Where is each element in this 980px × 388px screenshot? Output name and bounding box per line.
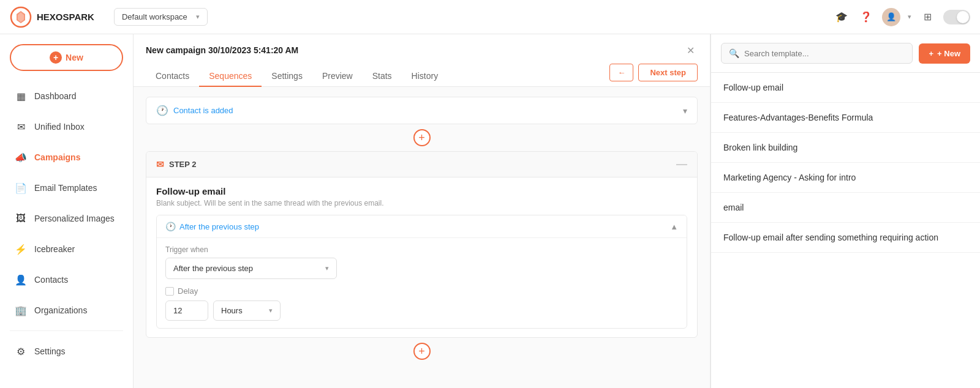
template-item-label: Broken link building — [723, 143, 797, 152]
tab-contacts-label: Contacts — [156, 71, 189, 81]
new-button[interactable]: + New — [10, 44, 123, 71]
template-item-1[interactable]: Follow-up email — [711, 73, 980, 103]
tab-sequences[interactable]: Sequences — [199, 66, 262, 87]
sidebar-item-label: Campaigns — [34, 152, 80, 162]
organizations-icon: 🏢 — [15, 304, 27, 316]
new-button-label: New — [66, 53, 83, 62]
step-2-type: Follow-up email — [156, 186, 687, 196]
template-list: Follow-up email Features-Advantages-Bene… — [711, 73, 980, 388]
trigger-when-select[interactable]: After the previous step ▾ — [165, 258, 337, 279]
delay-label: Delay — [178, 286, 198, 296]
email-icon: ✉ — [156, 159, 164, 170]
template-item-label: email — [723, 203, 744, 212]
contacts-icon: 👤 — [15, 274, 27, 286]
add-step-button-1[interactable]: + — [413, 129, 431, 146]
sidebar-item-label: Settings — [34, 346, 66, 356]
new-template-button[interactable]: + + New — [919, 43, 970, 64]
tab-stats[interactable]: Stats — [363, 66, 402, 87]
tab-history[interactable]: History — [402, 66, 448, 87]
dashboard-icon: ▦ — [15, 90, 27, 102]
template-item-label: Follow-up email — [723, 83, 783, 92]
sidebar-item-personalized-images[interactable]: 🖼 Personalized Images — [5, 204, 128, 233]
timing-header-left: 🕐 After the previous step — [165, 222, 259, 231]
campaign-tabs: Contacts Sequences Settings Preview Stat — [146, 66, 448, 86]
add-step-button-2[interactable]: + — [413, 343, 431, 360]
trigger-left: 🕐 Contact is added — [156, 105, 233, 116]
sidebar-item-campaigns[interactable]: 📣 Campaigns — [5, 143, 128, 172]
clock-icon: 🕐 — [156, 105, 168, 116]
sidebar-item-contacts[interactable]: 👤 Contacts — [5, 265, 128, 294]
template-item-label: Follow-up email after sending something … — [723, 233, 938, 242]
graduation-icon[interactable]: 🎓 — [833, 9, 850, 26]
chevron-down-icon-unit: ▾ — [269, 307, 273, 315]
campaign-body: 🕐 Contact is added ▾ + ✉ STEP 2 — — [134, 87, 710, 388]
tab-stats-label: Stats — [372, 71, 392, 81]
chevron-down-icon-2: ▾ — [908, 13, 911, 21]
grid-icon[interactable]: ⊞ — [919, 9, 936, 26]
search-icon: 🔍 — [729, 48, 739, 58]
help-icon[interactable]: ❓ — [858, 9, 875, 26]
theme-toggle[interactable] — [943, 10, 970, 24]
back-button[interactable]: ← — [609, 64, 633, 81]
timing-label-text: After the previous step — [179, 222, 259, 231]
right-panel: 🔍 + + New Follow-up email Features-Advan… — [710, 34, 980, 388]
workspace-selector[interactable]: Default workspace ▾ — [114, 8, 208, 26]
delay-checkbox[interactable] — [165, 287, 174, 296]
sidebar-item-icebreaker[interactable]: ⚡ Icebreaker — [5, 234, 128, 264]
trigger-block[interactable]: 🕐 Contact is added ▾ — [146, 97, 698, 124]
step-2-subtitle: Blank subject. Will be sent in the same … — [156, 199, 687, 207]
tabs-and-nav: Contacts Sequences Settings Preview Stat — [146, 64, 698, 86]
search-input[interactable] — [744, 49, 905, 58]
sidebar-item-dashboard[interactable]: ▦ Dashboard — [5, 81, 128, 111]
sidebar-divider — [10, 330, 123, 331]
center-panel: New campaign 30/10/2023 5:41:20 AM ✕ Con… — [134, 34, 710, 388]
tab-sequences-label: Sequences — [209, 71, 252, 81]
sidebar-item-settings[interactable]: ⚙ Settings — [5, 337, 128, 366]
campaigns-icon: 📣 — [15, 151, 27, 163]
delay-unit-select[interactable]: Hours ▾ — [213, 300, 281, 321]
timing-header[interactable]: 🕐 After the previous step ▲ — [157, 215, 687, 237]
sidebar-item-label: Personalized Images — [34, 214, 115, 223]
plus-circle-icon: + — [50, 51, 62, 64]
tab-history-label: History — [412, 71, 439, 81]
trigger-when-value: After the previous step — [173, 264, 253, 273]
step-2-block: ✉ STEP 2 — Follow-up email Blank subject… — [146, 151, 698, 338]
right-panel-header: 🔍 + + New — [711, 34, 980, 73]
tab-preview[interactable]: Preview — [312, 66, 363, 87]
step-2-label: STEP 2 — [169, 160, 197, 169]
sidebar-item-unified-inbox[interactable]: ✉ Unified Inbox — [5, 112, 128, 141]
logo-area: HEXOSPARK Default workspace ▾ — [10, 6, 208, 28]
tab-settings[interactable]: Settings — [262, 66, 312, 87]
template-item-2[interactable]: Features-Advantages-Benefits Formula — [711, 103, 980, 133]
tab-preview-label: Preview — [322, 71, 353, 81]
step-2-body: Follow-up email Blank subject. Will be s… — [146, 177, 697, 337]
sidebar-item-organizations[interactable]: 🏢 Organizations — [5, 296, 128, 325]
sidebar: + New ▦ Dashboard ✉ Unified Inbox 📣 Camp… — [0, 34, 134, 388]
new-template-label: + New — [937, 49, 960, 58]
delay-inputs: Hours ▾ — [165, 300, 678, 321]
avatar[interactable]: 👤 — [882, 8, 900, 26]
timing-section: 🕐 After the previous step ▲ Trigger when… — [156, 215, 687, 329]
sidebar-item-label: Dashboard — [34, 91, 77, 101]
template-item-3[interactable]: Broken link building — [711, 133, 980, 163]
next-step-button[interactable]: Next step — [638, 64, 698, 81]
delay-section: Delay Hours ▾ — [165, 286, 678, 321]
template-item-5[interactable]: email — [711, 193, 980, 223]
step-2-header: ✉ STEP 2 — — [146, 152, 697, 177]
step-2-left: ✉ STEP 2 — [156, 159, 197, 170]
sidebar-item-label: Icebreaker — [34, 244, 75, 254]
collapse-step-button[interactable]: — — [676, 158, 687, 171]
delay-number-input[interactable] — [165, 300, 208, 321]
sidebar-item-email-templates[interactable]: 📄 Email Templates — [5, 173, 128, 203]
tab-contacts[interactable]: Contacts — [146, 66, 199, 87]
template-item-6[interactable]: Follow-up email after sending something … — [711, 223, 980, 253]
template-item-4[interactable]: Marketing Agency - Asking for intro — [711, 163, 980, 193]
campaign-header: New campaign 30/10/2023 5:41:20 AM ✕ Con… — [134, 34, 710, 87]
main-layout: + New ▦ Dashboard ✉ Unified Inbox 📣 Camp… — [0, 34, 980, 388]
workspace-label: Default workspace — [122, 12, 187, 21]
top-navigation: HEXOSPARK Default workspace ▾ 🎓 ❓ 👤 ▾ ⊞ — [0, 0, 980, 34]
search-box[interactable]: 🔍 — [721, 43, 913, 64]
close-button[interactable]: ✕ — [683, 43, 698, 58]
campaign-window: New campaign 30/10/2023 5:41:20 AM ✕ Con… — [134, 34, 710, 388]
sidebar-item-label: Organizations — [34, 305, 87, 315]
